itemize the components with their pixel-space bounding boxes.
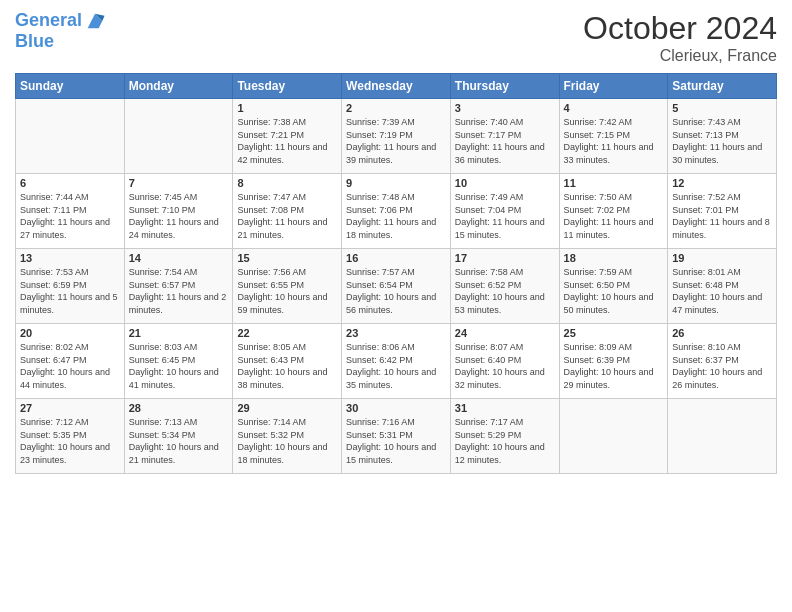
calendar-cell: 3 Sunrise: 7:40 AMSunset: 7:17 PMDayligh… <box>450 99 559 174</box>
col-monday: Monday <box>124 74 233 99</box>
day-info: Sunrise: 7:48 AMSunset: 7:06 PMDaylight:… <box>346 191 446 241</box>
calendar-week-0: 1 Sunrise: 7:38 AMSunset: 7:21 PMDayligh… <box>16 99 777 174</box>
calendar-cell: 29 Sunrise: 7:14 AMSunset: 5:32 PMDaylig… <box>233 399 342 474</box>
day-number: 3 <box>455 102 555 114</box>
header: General Blue October 2024 Clerieux, Fran… <box>15 10 777 65</box>
day-number: 21 <box>129 327 229 339</box>
calendar-cell: 21 Sunrise: 8:03 AMSunset: 6:45 PMDaylig… <box>124 324 233 399</box>
day-info: Sunrise: 7:42 AMSunset: 7:15 PMDaylight:… <box>564 116 664 166</box>
day-info: Sunrise: 7:56 AMSunset: 6:55 PMDaylight:… <box>237 266 337 316</box>
month-title: October 2024 <box>583 10 777 47</box>
calendar-cell <box>124 99 233 174</box>
day-number: 31 <box>455 402 555 414</box>
calendar-cell: 11 Sunrise: 7:50 AMSunset: 7:02 PMDaylig… <box>559 174 668 249</box>
col-sunday: Sunday <box>16 74 125 99</box>
calendar-cell: 4 Sunrise: 7:42 AMSunset: 7:15 PMDayligh… <box>559 99 668 174</box>
calendar-cell: 30 Sunrise: 7:16 AMSunset: 5:31 PMDaylig… <box>342 399 451 474</box>
calendar-cell: 17 Sunrise: 7:58 AMSunset: 6:52 PMDaylig… <box>450 249 559 324</box>
logo-text-line2: Blue <box>15 31 54 51</box>
day-info: Sunrise: 7:45 AMSunset: 7:10 PMDaylight:… <box>129 191 229 241</box>
col-wednesday: Wednesday <box>342 74 451 99</box>
day-info: Sunrise: 7:40 AMSunset: 7:17 PMDaylight:… <box>455 116 555 166</box>
day-info: Sunrise: 7:47 AMSunset: 7:08 PMDaylight:… <box>237 191 337 241</box>
calendar-week-2: 13 Sunrise: 7:53 AMSunset: 6:59 PMDaylig… <box>16 249 777 324</box>
calendar-cell: 9 Sunrise: 7:48 AMSunset: 7:06 PMDayligh… <box>342 174 451 249</box>
calendar-cell: 22 Sunrise: 8:05 AMSunset: 6:43 PMDaylig… <box>233 324 342 399</box>
day-number: 10 <box>455 177 555 189</box>
col-thursday: Thursday <box>450 74 559 99</box>
day-info: Sunrise: 7:59 AMSunset: 6:50 PMDaylight:… <box>564 266 664 316</box>
calendar-cell: 1 Sunrise: 7:38 AMSunset: 7:21 PMDayligh… <box>233 99 342 174</box>
calendar-cell: 27 Sunrise: 7:12 AMSunset: 5:35 PMDaylig… <box>16 399 125 474</box>
calendar-cell: 24 Sunrise: 8:07 AMSunset: 6:40 PMDaylig… <box>450 324 559 399</box>
calendar-cell: 16 Sunrise: 7:57 AMSunset: 6:54 PMDaylig… <box>342 249 451 324</box>
calendar-cell: 28 Sunrise: 7:13 AMSunset: 5:34 PMDaylig… <box>124 399 233 474</box>
day-number: 4 <box>564 102 664 114</box>
calendar-cell <box>668 399 777 474</box>
calendar-cell: 31 Sunrise: 7:17 AMSunset: 5:29 PMDaylig… <box>450 399 559 474</box>
day-number: 5 <box>672 102 772 114</box>
day-info: Sunrise: 7:43 AMSunset: 7:13 PMDaylight:… <box>672 116 772 166</box>
day-info: Sunrise: 7:53 AMSunset: 6:59 PMDaylight:… <box>20 266 120 316</box>
day-info: Sunrise: 7:14 AMSunset: 5:32 PMDaylight:… <box>237 416 337 466</box>
day-number: 2 <box>346 102 446 114</box>
day-number: 18 <box>564 252 664 264</box>
day-number: 30 <box>346 402 446 414</box>
day-info: Sunrise: 7:58 AMSunset: 6:52 PMDaylight:… <box>455 266 555 316</box>
calendar-cell: 6 Sunrise: 7:44 AMSunset: 7:11 PMDayligh… <box>16 174 125 249</box>
calendar-cell: 7 Sunrise: 7:45 AMSunset: 7:10 PMDayligh… <box>124 174 233 249</box>
day-info: Sunrise: 8:02 AMSunset: 6:47 PMDaylight:… <box>20 341 120 391</box>
day-number: 16 <box>346 252 446 264</box>
calendar-cell: 23 Sunrise: 8:06 AMSunset: 6:42 PMDaylig… <box>342 324 451 399</box>
day-number: 17 <box>455 252 555 264</box>
day-number: 9 <box>346 177 446 189</box>
day-info: Sunrise: 8:03 AMSunset: 6:45 PMDaylight:… <box>129 341 229 391</box>
day-info: Sunrise: 7:44 AMSunset: 7:11 PMDaylight:… <box>20 191 120 241</box>
calendar-cell: 15 Sunrise: 7:56 AMSunset: 6:55 PMDaylig… <box>233 249 342 324</box>
day-number: 8 <box>237 177 337 189</box>
day-info: Sunrise: 8:10 AMSunset: 6:37 PMDaylight:… <box>672 341 772 391</box>
day-number: 14 <box>129 252 229 264</box>
day-info: Sunrise: 8:05 AMSunset: 6:43 PMDaylight:… <box>237 341 337 391</box>
day-info: Sunrise: 7:39 AMSunset: 7:19 PMDaylight:… <box>346 116 446 166</box>
calendar-cell: 12 Sunrise: 7:52 AMSunset: 7:01 PMDaylig… <box>668 174 777 249</box>
day-info: Sunrise: 8:07 AMSunset: 6:40 PMDaylight:… <box>455 341 555 391</box>
day-number: 25 <box>564 327 664 339</box>
page: General Blue October 2024 Clerieux, Fran… <box>0 0 792 612</box>
day-info: Sunrise: 7:13 AMSunset: 5:34 PMDaylight:… <box>129 416 229 466</box>
day-info: Sunrise: 7:16 AMSunset: 5:31 PMDaylight:… <box>346 416 446 466</box>
calendar-cell <box>16 99 125 174</box>
calendar-cell: 8 Sunrise: 7:47 AMSunset: 7:08 PMDayligh… <box>233 174 342 249</box>
day-info: Sunrise: 7:17 AMSunset: 5:29 PMDaylight:… <box>455 416 555 466</box>
day-number: 11 <box>564 177 664 189</box>
calendar-cell: 13 Sunrise: 7:53 AMSunset: 6:59 PMDaylig… <box>16 249 125 324</box>
day-number: 29 <box>237 402 337 414</box>
day-number: 27 <box>20 402 120 414</box>
day-info: Sunrise: 8:09 AMSunset: 6:39 PMDaylight:… <box>564 341 664 391</box>
day-info: Sunrise: 7:49 AMSunset: 7:04 PMDaylight:… <box>455 191 555 241</box>
header-row: Sunday Monday Tuesday Wednesday Thursday… <box>16 74 777 99</box>
day-number: 23 <box>346 327 446 339</box>
calendar-week-4: 27 Sunrise: 7:12 AMSunset: 5:35 PMDaylig… <box>16 399 777 474</box>
day-number: 1 <box>237 102 337 114</box>
col-tuesday: Tuesday <box>233 74 342 99</box>
calendar-cell: 26 Sunrise: 8:10 AMSunset: 6:37 PMDaylig… <box>668 324 777 399</box>
calendar-cell: 2 Sunrise: 7:39 AMSunset: 7:19 PMDayligh… <box>342 99 451 174</box>
calendar-table: Sunday Monday Tuesday Wednesday Thursday… <box>15 73 777 474</box>
calendar-cell: 25 Sunrise: 8:09 AMSunset: 6:39 PMDaylig… <box>559 324 668 399</box>
calendar-cell: 14 Sunrise: 7:54 AMSunset: 6:57 PMDaylig… <box>124 249 233 324</box>
calendar-cell: 18 Sunrise: 7:59 AMSunset: 6:50 PMDaylig… <box>559 249 668 324</box>
calendar-cell: 10 Sunrise: 7:49 AMSunset: 7:04 PMDaylig… <box>450 174 559 249</box>
day-info: Sunrise: 8:06 AMSunset: 6:42 PMDaylight:… <box>346 341 446 391</box>
logo-icon <box>84 10 106 32</box>
calendar-cell: 5 Sunrise: 7:43 AMSunset: 7:13 PMDayligh… <box>668 99 777 174</box>
calendar-week-1: 6 Sunrise: 7:44 AMSunset: 7:11 PMDayligh… <box>16 174 777 249</box>
calendar-cell: 20 Sunrise: 8:02 AMSunset: 6:47 PMDaylig… <box>16 324 125 399</box>
day-number: 13 <box>20 252 120 264</box>
day-number: 20 <box>20 327 120 339</box>
day-info: Sunrise: 7:54 AMSunset: 6:57 PMDaylight:… <box>129 266 229 316</box>
title-block: October 2024 Clerieux, France <box>583 10 777 65</box>
col-friday: Friday <box>559 74 668 99</box>
col-saturday: Saturday <box>668 74 777 99</box>
day-info: Sunrise: 7:12 AMSunset: 5:35 PMDaylight:… <box>20 416 120 466</box>
